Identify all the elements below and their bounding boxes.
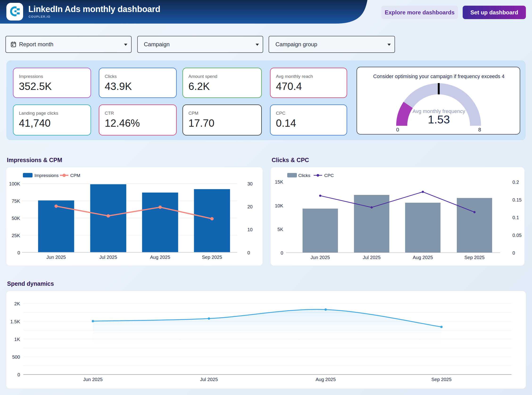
svg-text:Aug 2025: Aug 2025 bbox=[413, 255, 433, 260]
svg-text:1K: 1K bbox=[14, 337, 20, 342]
svg-text:0.05: 0.05 bbox=[512, 233, 522, 238]
svg-text:5K: 5K bbox=[278, 227, 284, 232]
svg-text:0: 0 bbox=[17, 372, 20, 377]
svg-text:30: 30 bbox=[247, 181, 253, 187]
svg-text:500: 500 bbox=[12, 354, 20, 360]
svg-text:Jun 2025: Jun 2025 bbox=[311, 255, 330, 260]
svg-text:75K: 75K bbox=[11, 198, 20, 204]
svg-text:Jul 2025: Jul 2025 bbox=[363, 255, 381, 260]
svg-text:10K: 10K bbox=[275, 203, 283, 208]
svg-text:Jul 2025: Jul 2025 bbox=[200, 377, 218, 382]
svg-text:8: 8 bbox=[478, 127, 481, 133]
svg-text:25K: 25K bbox=[11, 233, 20, 238]
svg-text:0.15: 0.15 bbox=[512, 197, 522, 203]
svg-text:1.5K: 1.5K bbox=[10, 319, 20, 324]
svg-text:10: 10 bbox=[247, 227, 253, 232]
svg-text:Aug 2025: Aug 2025 bbox=[316, 377, 336, 382]
svg-text:Aug 2025: Aug 2025 bbox=[150, 255, 170, 260]
svg-text:0: 0 bbox=[396, 127, 399, 133]
svg-text:Sep 2025: Sep 2025 bbox=[202, 255, 222, 260]
svg-text:0: 0 bbox=[281, 250, 283, 256]
svg-text:Sep 2025: Sep 2025 bbox=[464, 255, 485, 260]
svg-text:Jun 2025: Jun 2025 bbox=[83, 377, 102, 382]
svg-text:0: 0 bbox=[17, 250, 20, 255]
svg-text:Consider optimising your campa: Consider optimising your campaign if fre… bbox=[373, 74, 505, 79]
svg-text:CPC: CPC bbox=[324, 173, 334, 178]
svg-text:Clicks: Clicks bbox=[298, 173, 310, 178]
svg-text:100K: 100K bbox=[9, 181, 20, 187]
svg-text:Impressions: Impressions bbox=[34, 173, 59, 178]
svg-text:0.1: 0.1 bbox=[512, 215, 519, 220]
svg-text:Sep 2025: Sep 2025 bbox=[431, 377, 451, 382]
svg-text:15K: 15K bbox=[275, 179, 283, 185]
svg-text:2K: 2K bbox=[14, 301, 20, 306]
svg-text:1.53: 1.53 bbox=[428, 113, 450, 126]
svg-text:0.2: 0.2 bbox=[512, 180, 519, 185]
svg-text:CPM: CPM bbox=[70, 173, 80, 178]
svg-text:0: 0 bbox=[247, 250, 250, 255]
svg-text:0: 0 bbox=[512, 250, 515, 256]
svg-text:50K: 50K bbox=[11, 216, 20, 221]
svg-text:Jun 2025: Jun 2025 bbox=[46, 255, 66, 260]
svg-text:20: 20 bbox=[247, 204, 253, 209]
svg-text:Jul 2025: Jul 2025 bbox=[99, 255, 117, 260]
